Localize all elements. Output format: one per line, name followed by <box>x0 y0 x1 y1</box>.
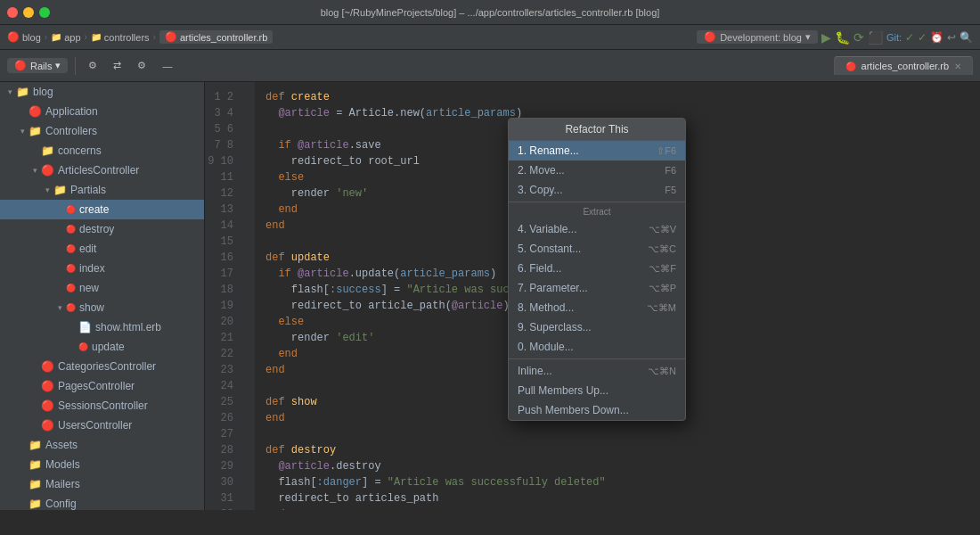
breadcrumb-controllers[interactable]: 📁 controllers <box>91 32 150 43</box>
menu-item-field[interactable]: 6. Field...⌥⌘F <box>509 259 685 278</box>
config-button[interactable]: ⚙ <box>132 58 151 73</box>
menu-item-label: 1. Rename... <box>518 144 579 157</box>
sidebar-item-partials[interactable]: ▾📁Partials <box>0 180 204 200</box>
menu-item-label: 9. Superclass... <box>518 321 592 333</box>
menu-item-inline[interactable]: Inline...⌥⌘N <box>509 361 685 381</box>
tree-item-label: Controllers <box>45 125 97 137</box>
main-layout: ▾📁blog🔴Application▾📁Controllers📁concerns… <box>0 82 980 510</box>
sidebar-item-controllers[interactable]: ▾📁Controllers <box>0 121 204 141</box>
menu-item-module[interactable]: 0. Module... <box>509 337 685 357</box>
tab-bar: 🔴 articles_controller.rb ✕ <box>834 54 973 78</box>
sidebar-item-update[interactable]: 🔴update <box>0 337 204 357</box>
ruby-file-icon: 🔴 <box>66 284 76 292</box>
sidebar-item-articles-ctrl[interactable]: ▾🔴ArticlesController <box>0 160 204 180</box>
sidebar-item-assets[interactable]: 📁Assets <box>0 435 204 455</box>
traffic-lights[interactable] <box>7 7 50 18</box>
search-button[interactable]: 🔍 <box>960 31 973 44</box>
ruby-file-icon: 🔴 <box>66 244 76 253</box>
dropdown-icon: ▾ <box>805 31 811 43</box>
file-tab[interactable]: 🔴 articles_controller.rb ✕ <box>834 56 973 75</box>
git-undo[interactable]: ↩ <box>947 31 956 44</box>
folder-icon: 📁 <box>41 144 54 157</box>
menu-item-shortcut: ⌥⌘M <box>647 302 676 314</box>
folder-icon: 📁 <box>29 125 42 137</box>
sidebar-item-config[interactable]: 📁Config <box>0 494 204 510</box>
sidebar-item-blog[interactable]: ▾📁blog <box>0 82 204 102</box>
titlebar: blog [~/RubyMineProjects/blog] – .../app… <box>0 0 980 25</box>
folder-icon: 📁 <box>53 184 67 196</box>
ruby-file-icon: 🔴 <box>66 225 76 234</box>
tree-item-label: concerns <box>58 144 102 157</box>
sidebar-item-pages-ctrl[interactable]: 🔴PagesController <box>0 376 204 396</box>
ruby-file-icon: 🔴 <box>165 31 177 43</box>
settings-button[interactable]: ⚙ <box>83 58 102 73</box>
sidebar-item-show-html[interactable]: 📄show.html.erb <box>0 317 204 337</box>
sidebar-item-sessions-ctrl[interactable]: 🔴SessionsController <box>0 396 204 416</box>
menu-item-method[interactable]: 8. Method...⌥⌘M <box>509 298 685 317</box>
sidebar-item-models[interactable]: 📁Models <box>0 455 204 474</box>
maximize-button[interactable] <box>39 7 50 18</box>
menu-item-push-down[interactable]: Push Members Down... <box>509 400 685 420</box>
tree-item-label: PagesController <box>58 380 135 392</box>
menu-item-copy[interactable]: 3. Copy...F5 <box>509 180 685 200</box>
sidebar-item-edit[interactable]: 🔴edit <box>0 239 204 259</box>
git-check1: ✓ <box>905 31 914 44</box>
tree-item-label: UsersController <box>58 419 132 432</box>
menu-item-variable[interactable]: 4. Variable...⌥⌘V <box>509 219 685 239</box>
tree-arrow: ▾ <box>41 185 53 194</box>
sidebar-item-concerns[interactable]: 📁concerns <box>0 141 204 160</box>
menu-item-pull-up[interactable]: Pull Members Up... <box>509 381 685 400</box>
sidebar-item-categories-ctrl[interactable]: 🔴CategoriesController <box>0 357 204 376</box>
tree-arrow: ▾ <box>4 87 16 96</box>
breadcrumb-app[interactable]: 📁 app <box>51 32 80 43</box>
ruby-file-icon: 🔴 <box>66 205 76 214</box>
close-toolbar-button[interactable]: — <box>157 59 177 73</box>
tree-item-label: Assets <box>45 439 78 451</box>
tab-file-icon: 🔴 <box>845 62 856 71</box>
menu-item-move[interactable]: 2. Move...F6 <box>509 160 685 180</box>
sidebar-item-index[interactable]: 🔴index <box>0 259 204 278</box>
tree-item-label: index <box>79 262 105 275</box>
menu-section-extract-section: Extract <box>509 204 685 219</box>
menu-item-constant[interactable]: 5. Constant...⌥⌘C <box>509 239 685 259</box>
tree-item-label: ArticlesController <box>58 164 139 177</box>
tab-close-button[interactable]: ✕ <box>954 62 961 71</box>
tree-item-label: Models <box>45 458 80 471</box>
run-config[interactable]: 🔴 Development: blog ▾ <box>697 30 818 44</box>
debug-button[interactable]: 🐛 <box>835 30 850 45</box>
sidebar-item-users-ctrl[interactable]: 🔴UsersController <box>0 416 204 435</box>
breadcrumb-file[interactable]: 🔴 articles_controller.rb <box>159 30 273 44</box>
sidebar-item-show[interactable]: ▾🔴show <box>0 298 204 317</box>
module-icon: 🔴 <box>41 399 54 412</box>
minimize-button[interactable] <box>23 7 34 18</box>
close-button[interactable] <box>7 7 18 18</box>
menu-item-shortcut: ⌥⌘C <box>648 243 676 255</box>
rails-icon: 🔴 <box>14 60 27 71</box>
align-button[interactable]: ⇄ <box>108 58 127 73</box>
coverage-button[interactable]: ⟳ <box>853 30 864 45</box>
module-icon: 🔴 <box>41 164 54 177</box>
sidebar-item-create[interactable]: 🔴create <box>0 200 204 219</box>
html-file-icon: 📄 <box>78 321 92 333</box>
stop-button[interactable]: ⬛ <box>868 30 883 45</box>
git-check2: ✓ <box>918 31 927 44</box>
folder-icon: 📁 <box>29 478 42 490</box>
rails-dropdown[interactable]: 🔴 Rails ▾ <box>7 58 68 73</box>
menu-item-rename[interactable]: 1. Rename...⇧F6 <box>509 141 685 160</box>
editor-container: 1 2 3 4 5 6 7 8 9 10 11 12 13 14 15 16 1… <box>205 82 980 510</box>
sidebar-item-application[interactable]: 🔴Application <box>0 102 204 121</box>
menu-item-label: 3. Copy... <box>518 184 562 196</box>
sidebar-item-mailers[interactable]: 📁Mailers <box>0 474 204 494</box>
tree-item-label: update <box>92 341 125 353</box>
menu-item-superclass[interactable]: 9. Superclass... <box>509 317 685 337</box>
menu-item-parameter[interactable]: 7. Parameter...⌥⌘P <box>509 278 685 298</box>
breadcrumb-project[interactable]: 🔴 blog <box>7 31 41 43</box>
module-icon: 🔴 <box>41 380 54 392</box>
sidebar-item-new[interactable]: 🔴new <box>0 278 204 298</box>
root-icon: 📁 <box>16 86 29 98</box>
window-title: blog [~/RubyMineProjects/blog] – .../app… <box>321 7 660 18</box>
menu-item-label: 8. Method... <box>518 301 574 314</box>
run-button[interactable]: ▶ <box>821 30 831 45</box>
sidebar-item-destroy[interactable]: 🔴destroy <box>0 219 204 239</box>
module-icon: 🔴 <box>41 419 54 432</box>
